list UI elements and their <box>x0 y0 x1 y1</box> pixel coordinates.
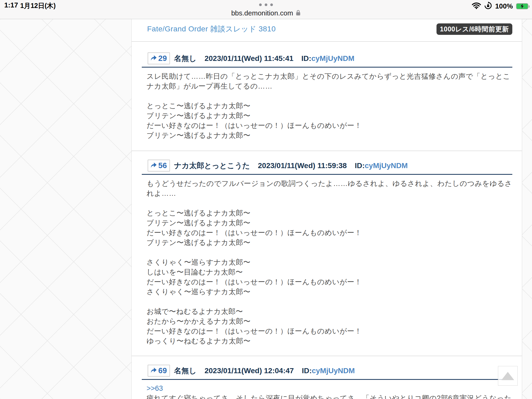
address-bar[interactable]: bbs.demonition.com <box>0 9 532 17</box>
post-body: スレ民助けて……昨日の「とっとこナカ太郎」とその下のレスみてからずっと光吉猛修さ… <box>147 72 512 140</box>
toolbar-more-dots-button[interactable] <box>0 3 532 6</box>
up-triangle-icon <box>501 372 514 380</box>
post-body: もうどうせだったのでフルバージョンの歌詞つくったよ……ゆるされよ、ゆるされよ、わ… <box>147 179 512 346</box>
post-number: 56 <box>158 161 167 170</box>
post-anchor-button[interactable]: 29 <box>148 52 170 64</box>
post-body: 疲れてすぐ寝ちゃってさ、そしたら深夜に目が覚めちゃってさ、「そういやとりコ卿の2… <box>147 393 512 399</box>
post-number: 69 <box>158 366 167 375</box>
post-id-link[interactable]: cyMjUyNDM <box>365 161 408 170</box>
thread-update-badge: 1000レス/6時間前更新 <box>437 23 512 35</box>
post-header-rule <box>142 174 512 175</box>
post-author: 名無し <box>174 366 197 376</box>
separator <box>132 356 522 356</box>
separator <box>132 41 522 42</box>
post-id-label: ID: <box>301 54 311 63</box>
post-datetime: 2023/01/11(Wed) 11:59:38 <box>258 161 347 170</box>
post-id: ID:cyMjUyNDM <box>301 54 354 63</box>
status-icons: 100% <box>472 2 529 11</box>
post-header-rule <box>142 67 512 68</box>
post-header-rule <box>142 379 512 380</box>
rotation-lock-icon <box>484 2 492 11</box>
post-id: ID:cyMjUyNDM <box>355 161 408 170</box>
post-header: 56 ナカ太郎とっとこうた 2023/01/11(Wed) 11:59:38 I… <box>148 160 512 172</box>
post-id-link[interactable]: cyMjUyNDM <box>311 54 354 63</box>
address-domain[interactable]: bbs.demonition.com <box>231 9 293 17</box>
thread-page: Fate/Grand Order 雑談スレッド 3810 1000レス/6時間前… <box>131 19 522 399</box>
reply-arrow-icon <box>150 54 157 63</box>
post-number: 29 <box>158 54 167 63</box>
post-header: 29 名無し 2023/01/11(Wed) 11:45:41 ID:cyMjU… <box>148 52 512 64</box>
post-author: 名無し <box>174 53 197 64</box>
thread-title-link[interactable]: Fate/Grand Order 雑談スレッド 3810 <box>147 24 276 34</box>
thread-title-row: Fate/Grand Order 雑談スレッド 3810 1000レス/6時間前… <box>147 23 512 35</box>
post-id-label: ID: <box>355 161 365 170</box>
ipad-safari-screen: 1:17 1月12日(木) bbs.demonition.com <box>0 0 532 399</box>
post-69: 69 名無し 2023/01/11(Wed) 12:04:47 ID:cyMjU… <box>142 365 512 399</box>
reply-arrow-icon <box>150 161 157 170</box>
scroll-to-top-button[interactable] <box>498 366 518 386</box>
ssl-lock-icon <box>293 9 301 17</box>
post-author: ナカ太郎とっとこうた <box>174 161 250 171</box>
quote-link[interactable]: >>63 <box>147 384 163 393</box>
post-id: ID:cyMjUyNDM <box>302 367 355 375</box>
post-header: 69 名無し 2023/01/11(Wed) 12:04:47 ID:cyMjU… <box>148 365 512 377</box>
post-id-label: ID: <box>302 367 312 375</box>
battery-charging-icon <box>516 3 528 9</box>
post-29: 29 名無し 2023/01/11(Wed) 11:45:41 ID:cyMjU… <box>142 52 512 140</box>
separator <box>132 151 522 151</box>
status-toolbar: 1:17 1月12日(木) bbs.demonition.com <box>0 0 532 19</box>
post-datetime: 2023/01/11(Wed) 11:45:41 <box>205 54 293 63</box>
post-id-link[interactable]: cyMjUyNDM <box>312 367 355 375</box>
post-datetime: 2023/01/11(Wed) 12:04:47 <box>205 367 294 375</box>
post-anchor-button[interactable]: 56 <box>148 160 170 172</box>
post-56: 56 ナカ太郎とっとこうた 2023/01/11(Wed) 11:59:38 I… <box>142 160 512 346</box>
post-anchor-button[interactable]: 69 <box>148 365 170 377</box>
battery-percent: 100% <box>495 2 513 10</box>
wifi-icon <box>472 2 481 10</box>
reply-arrow-icon <box>150 367 157 375</box>
